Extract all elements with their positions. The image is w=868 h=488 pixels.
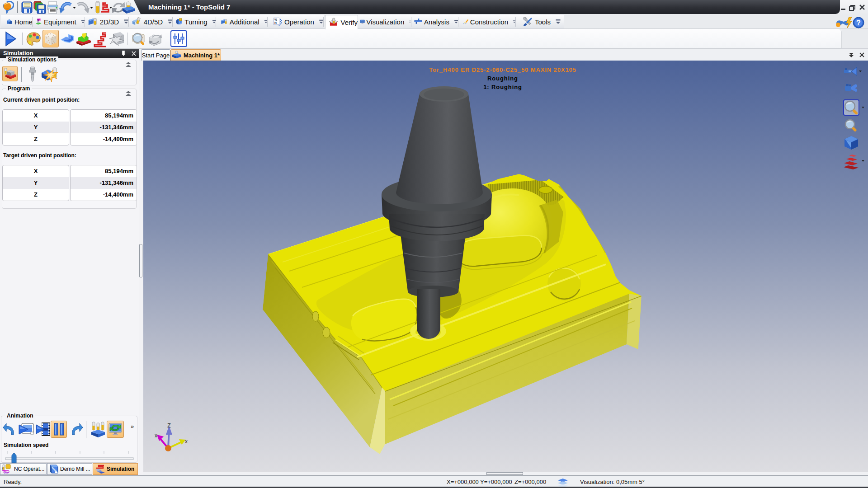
svg-text:N: N xyxy=(274,21,277,24)
svg-text:x: x xyxy=(185,438,188,445)
svg-text:Z: Z xyxy=(167,422,171,429)
svg-text:x: x xyxy=(155,432,157,439)
svg-text:?: ? xyxy=(856,19,861,27)
